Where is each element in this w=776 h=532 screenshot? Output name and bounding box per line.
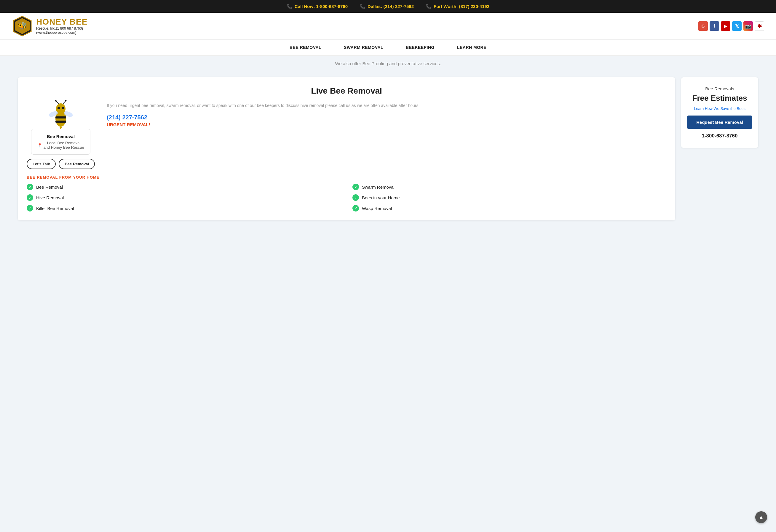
nav-swarm-removal[interactable]: SWARM REMOVAL <box>342 44 386 51</box>
sidebar-title: Free Estimates <box>693 93 747 103</box>
service-label-bees-home: Bees in your Home <box>362 195 400 200</box>
phone-icon-2: 📞 <box>360 4 366 9</box>
main-nav: BEE REMOVAL SWARM REMOVAL BEEKEEPING LEA… <box>0 40 776 56</box>
yelp-icon[interactable]: ✱ <box>755 21 764 31</box>
services-grid: ✓ Bee Removal ✓ Swarm Removal ✓ Hive Rem… <box>27 184 666 212</box>
sidebar-card: Bee Removals Free Estimates Learn How We… <box>681 77 758 148</box>
service-item-wasp: ✓ Wasp Removal <box>352 205 666 212</box>
service-item-hive-removal: ✓ Hive Removal <box>27 194 341 201</box>
sidebar-phone: 1-800-687-8760 <box>702 133 738 139</box>
nav-learn-more[interactable]: LEARN MORE <box>455 44 489 51</box>
nav-beekeeping[interactable]: BEEKEEPING <box>403 44 437 51</box>
logo-title: HONEY BEE <box>36 17 87 27</box>
sidebar-learn-link[interactable]: Learn How We Save the Bees <box>694 106 746 111</box>
main-content: Live Bee Removal <box>0 71 776 232</box>
call-now-label: Call Now: 1-800-687-8760 <box>295 4 348 9</box>
fortworth-label: Fort Worth: (817) 230-4192 <box>434 4 490 9</box>
top-bar: 📞 Call Now: 1-800-687-8760 📞 Dallas: (21… <box>0 0 776 13</box>
logo-subtitle-line2: (www.thebeerescue.com) <box>36 30 87 35</box>
card-main-title: Live Bee Removal <box>27 86 666 96</box>
service-label-wasp: Wasp Removal <box>362 206 392 211</box>
service-item-bee-removal: ✓ Bee Removal <box>27 184 341 190</box>
sidebar-label: Bee Removals <box>705 86 734 91</box>
svg-point-8 <box>62 107 64 109</box>
svg-point-14 <box>65 100 67 101</box>
svg-text:🐝: 🐝 <box>17 21 27 30</box>
bee-info-title: Bee Removal <box>47 134 75 139</box>
dallas-label: Dallas: (214) 227-7562 <box>368 4 414 9</box>
tagline-bar: We also offer Bee Proofing and preventat… <box>0 56 776 71</box>
service-item-killer-bee: ✓ Killer Bee Removal <box>27 205 341 212</box>
service-item-swarm-removal: ✓ Swarm Removal <box>352 184 666 190</box>
bee-removal-button[interactable]: Bee Removal <box>59 159 95 169</box>
dallas-item[interactable]: 📞 Dallas: (214) 227-7562 <box>360 4 414 9</box>
sidebar: Bee Removals Free Estimates Learn How We… <box>681 77 758 220</box>
urgent-phone[interactable]: (214) 227-7562 <box>107 114 660 121</box>
check-icon-bee-removal: ✓ <box>27 184 33 190</box>
urgent-panel: If you need urgent bee removal, swarm re… <box>101 99 666 130</box>
service-label-killer-bee: Killer Bee Removal <box>36 206 74 211</box>
svg-rect-4 <box>55 116 66 118</box>
request-bee-removal-button[interactable]: Request Bee Removal <box>687 115 752 129</box>
service-label-swarm-removal: Swarm Removal <box>362 185 395 190</box>
nav-bee-removal[interactable]: BEE REMOVAL <box>287 44 324 51</box>
check-icon-hive-removal: ✓ <box>27 194 33 201</box>
phone-icon-3: 📞 <box>426 4 431 9</box>
check-icon-killer-bee: ✓ <box>27 205 33 212</box>
bee-buttons: Let's Talk Bee Removal <box>27 159 95 169</box>
svg-point-7 <box>57 107 60 109</box>
svg-rect-5 <box>55 120 66 122</box>
phone-icon-1: 📞 <box>286 4 293 9</box>
service-label-bee-removal: Bee Removal <box>36 185 63 190</box>
logo-text-area: HONEY BEE Rescue, Inc.(1 800 687 8760) (… <box>36 17 87 35</box>
check-icon-wasp: ✓ <box>352 205 359 212</box>
service-label-hive-removal: Hive Removal <box>36 195 64 200</box>
bee-info-box: Bee Removal 📍 Local Bee Removal and Hone… <box>31 129 90 155</box>
logo-area: 🐝 HONEY BEE Rescue, Inc.(1 800 687 8760)… <box>12 16 87 36</box>
svg-marker-15 <box>59 127 62 129</box>
fortworth-item[interactable]: 📞 Fort Worth: (817) 230-4192 <box>426 4 490 9</box>
call-now-item[interactable]: 📞 Call Now: 1-800-687-8760 <box>286 4 348 9</box>
urgent-label: URGENT REMOVAL! <box>107 122 660 127</box>
bee-image <box>47 99 74 129</box>
bee-info-location-text: Local Bee Removal and Honey Bee Rescue <box>43 141 84 150</box>
section-heading: BEE REMOVAL FROM YOUR HOME <box>27 175 666 180</box>
svg-point-13 <box>55 100 57 101</box>
check-icon-swarm-removal: ✓ <box>352 184 359 190</box>
logo-hex-icon: 🐝 <box>12 16 33 36</box>
card-left-section: Bee Removal 📍 Local Bee Removal and Hone… <box>27 99 95 169</box>
service-item-bees-home: ✓ Bees in your Home <box>352 194 666 201</box>
twitter-icon[interactable]: 𝕏 <box>732 21 742 31</box>
tagline-text: We also offer Bee Proofing and preventat… <box>335 61 441 66</box>
instagram-icon[interactable]: 📷 <box>743 21 753 31</box>
google-icon[interactable]: G <box>698 21 708 31</box>
urgent-text: If you need urgent bee removal, swarm re… <box>107 102 660 109</box>
bee-info-location: 📍 Local Bee Removal and Honey Bee Rescue <box>37 141 84 150</box>
logo-subtitle-line1: Rescue, Inc.(1 800 687 8760) <box>36 26 87 30</box>
main-card: Live Bee Removal <box>18 77 675 220</box>
facebook-icon[interactable]: f <box>710 21 719 31</box>
youtube-icon[interactable]: ▶ <box>721 21 730 31</box>
check-icon-bees-home: ✓ <box>352 194 359 201</box>
social-icons: G f ▶ 𝕏 📷 ✱ <box>698 21 764 31</box>
card-top-row: Bee Removal 📍 Local Bee Removal and Hone… <box>27 99 666 169</box>
header: 🐝 HONEY BEE Rescue, Inc.(1 800 687 8760)… <box>0 13 776 40</box>
lets-talk-button[interactable]: Let's Talk <box>27 159 56 169</box>
location-pin-icon: 📍 <box>37 143 42 148</box>
